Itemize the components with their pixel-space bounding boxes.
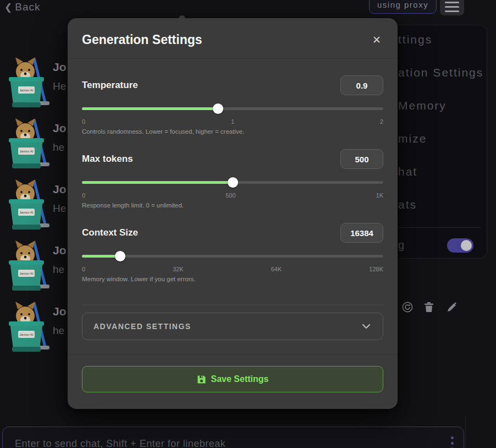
tick-label: 0 [82, 118, 85, 125]
temperature-description: Controls randomness. Lower = focused, hi… [82, 128, 383, 135]
tick-label: 128K [369, 266, 383, 272]
doge-bucket-avatar: Janitor AI [3, 55, 49, 109]
max-tokens-value-field[interactable]: 500 [340, 149, 383, 169]
svg-text:Janitor AI: Janitor AI [19, 272, 33, 275]
tick-label: 0 [82, 266, 85, 272]
context-size-description: Memory window. Lower if you get errors. [82, 276, 383, 282]
svg-text:Janitor AI: Janitor AI [19, 211, 33, 214]
context-size-value-field[interactable]: 16384 [340, 223, 383, 243]
toggle-thumb [461, 240, 472, 251]
edit-button[interactable] [445, 301, 459, 314]
context-size-section: Context Size 16384 0 32K 64K 128K Memory… [82, 223, 383, 282]
using-proxy-badge[interactable]: using proxy [369, 0, 437, 14]
section-divider [82, 304, 383, 305]
temperature-label: Temperature [82, 80, 138, 91]
dialog-title: Generation Settings [82, 32, 202, 47]
hamburger-menu-button[interactable] [440, 0, 464, 15]
trash-icon [424, 302, 434, 313]
svg-text:Janitor AI: Janitor AI [19, 333, 33, 336]
composer-kebab-menu[interactable] [447, 432, 457, 448]
max-tokens-slider[interactable] [82, 177, 383, 188]
back-label: Back [15, 1, 40, 13]
chat-name: Jo [53, 61, 67, 74]
doge-bucket-avatar: Janitor AI [3, 238, 49, 292]
chat-name: Jo [53, 244, 67, 257]
menu-item-fragment[interactable]: ats [398, 198, 417, 211]
panel-divider [396, 227, 481, 228]
slider-fill [82, 255, 120, 258]
close-button[interactable]: ✕ [372, 35, 381, 45]
context-size-slider[interactable] [82, 250, 383, 261]
chat-input[interactable]: Enter to send chat, Shift + Enter for li… [2, 427, 464, 448]
temperature-value-field[interactable]: 0.9 [340, 75, 383, 95]
advanced-settings-toggle[interactable]: ADVANCED SETTINGS [82, 313, 383, 340]
chat-name: Jo [53, 305, 67, 318]
slider-track [82, 255, 383, 258]
dialog-header: Generation Settings ✕ [68, 18, 398, 59]
advanced-settings-label: ADVANCED SETTINGS [93, 322, 191, 331]
menu-item-fragment[interactable]: ation Settings [398, 66, 483, 79]
tick-label: 32K [173, 266, 184, 272]
back-button[interactable]: ❮ Back [4, 1, 41, 13]
temperature-slider[interactable] [82, 103, 383, 114]
save-icon [197, 375, 206, 384]
refresh-icon [402, 302, 413, 313]
chat-message-preview: he [53, 141, 64, 154]
chat-message-preview: he [53, 325, 64, 337]
slider-fill [82, 107, 218, 110]
menu-item-fragment[interactable]: mize [398, 132, 427, 145]
generation-settings-dialog: Generation Settings ✕ Temperature 0.9 0 … [68, 18, 398, 409]
context-size-label: Context Size [82, 227, 138, 238]
save-settings-label: Save Settings [211, 374, 269, 384]
tick-label: 1 [231, 118, 234, 125]
delete-button[interactable] [422, 301, 436, 314]
tick-label: 0 [82, 192, 85, 199]
streaming-toggle[interactable] [447, 238, 473, 253]
menu-item-fragment[interactable]: hat [398, 165, 417, 178]
dialog-body: Temperature 0.9 0 1 2 Controls randomnes… [68, 75, 398, 340]
chat-message-preview: he [53, 264, 64, 276]
max-tokens-label: Max tokens [82, 154, 133, 165]
temperature-section: Temperature 0.9 0 1 2 Controls randomnes… [82, 75, 383, 135]
panel-edge-divider [465, 416, 466, 448]
toggle-label-fragment: g [398, 239, 404, 252]
doge-bucket-avatar: Janitor AI [3, 299, 49, 353]
slider-thumb[interactable] [228, 177, 238, 188]
max-tokens-section: Max tokens 500 0 500 1K Response length … [82, 149, 383, 209]
doge-bucket-avatar: Janitor AI [3, 116, 49, 170]
menu-item-fragment[interactable]: ttings [398, 33, 432, 46]
chat-name: Jo [53, 183, 67, 196]
chat-input-placeholder: Enter to send chat, Shift + Enter for li… [15, 438, 225, 448]
slider-fill [82, 181, 233, 184]
side-menu-panel: ttings ation Settings Memory mize hat at… [390, 25, 487, 259]
temperature-ticks: 0 1 2 [82, 118, 383, 125]
max-tokens-description: Response length limit. 0 = unlimited. [82, 202, 383, 209]
chat-name: Jo [53, 122, 67, 135]
max-tokens-ticks: 0 500 1K [82, 192, 383, 199]
context-size-ticks: 0 32K 64K 128K [82, 266, 383, 272]
slider-thumb[interactable] [213, 103, 223, 114]
regenerate-button[interactable] [401, 301, 414, 314]
tick-label: 64K [271, 266, 282, 272]
dialog-footer: Save Settings [68, 354, 398, 392]
pencil-icon [447, 302, 458, 313]
tick-label: 2 [380, 118, 383, 125]
tick-label: 500 [225, 192, 235, 199]
tick-label: 1K [376, 192, 383, 199]
svg-text:Janitor AI: Janitor AI [19, 150, 33, 153]
menu-item-fragment[interactable]: Memory [398, 99, 447, 112]
doge-bucket-avatar: Janitor AI [3, 177, 49, 231]
slider-thumb[interactable] [115, 251, 125, 261]
save-settings-button[interactable]: Save Settings [82, 366, 383, 392]
chevron-down-icon [361, 321, 372, 332]
svg-text:Janitor AI: Janitor AI [19, 89, 33, 92]
chevron-left-icon: ❮ [4, 2, 13, 13]
app-window: ❮ Back using proxy Janitor AI Jo [0, 0, 496, 448]
chat-message-preview: He [53, 80, 66, 92]
chat-message-preview: He [53, 203, 66, 215]
